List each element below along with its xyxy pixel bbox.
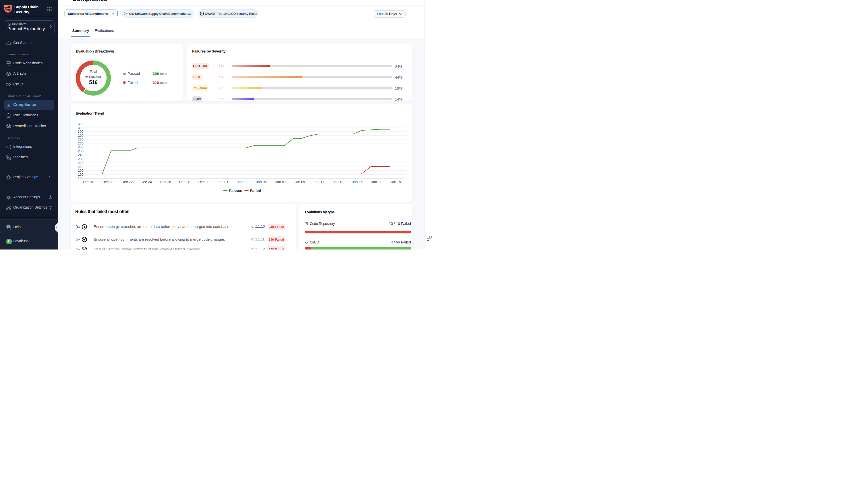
svg-text:Jan 15: Jan 15: [352, 180, 362, 184]
svg-text:Jan 11: Jan 11: [314, 180, 324, 184]
svg-text:Jan 05: Jan 05: [256, 180, 266, 184]
svg-text:Dec 18: Dec 18: [83, 180, 95, 184]
svg-text:230: 230: [78, 157, 83, 161]
svg-text:Jan 09: Jan 09: [294, 180, 305, 184]
svg-text:Jan 03: Jan 03: [237, 180, 247, 184]
svg-text:Jan 01: Jan 01: [218, 180, 228, 184]
svg-text:Passed: Passed: [229, 188, 243, 193]
svg-text:250: 250: [78, 149, 83, 153]
svg-text:Jan 17: Jan 17: [371, 180, 382, 184]
svg-text:220: 220: [78, 161, 83, 165]
svg-text:Jan 07: Jan 07: [275, 180, 286, 184]
svg-text:260: 260: [78, 145, 83, 149]
svg-text:240: 240: [78, 153, 83, 157]
svg-text:Jan 19: Jan 19: [390, 180, 401, 184]
svg-text:210: 210: [78, 165, 83, 169]
svg-text:180: 180: [78, 177, 83, 180]
svg-text:Total: Total: [90, 69, 97, 74]
svg-text:270: 270: [78, 142, 83, 145]
svg-text:300: 300: [78, 130, 83, 133]
svg-text:310: 310: [78, 126, 83, 130]
svg-text:CIS: CIS: [125, 13, 127, 14]
svg-text:Dec 26: Dec 26: [160, 180, 171, 184]
svg-text:Dec 20: Dec 20: [102, 180, 113, 184]
svg-text:516: 516: [89, 80, 97, 85]
svg-text:Failed: Failed: [250, 188, 261, 193]
svg-text:evaluations: evaluations: [85, 74, 101, 78]
svg-text:320: 320: [78, 122, 83, 126]
svg-text:Dec 28: Dec 28: [179, 180, 190, 184]
svg-text:?: ?: [8, 226, 9, 228]
svg-text:190: 190: [78, 173, 83, 177]
svg-text:Jan 13: Jan 13: [333, 180, 343, 184]
svg-text:200: 200: [78, 169, 83, 172]
svg-text:Dec 30: Dec 30: [198, 180, 210, 184]
svg-text:Dec 24: Dec 24: [141, 180, 152, 184]
svg-text:Dec 22: Dec 22: [121, 180, 133, 184]
svg-text:280: 280: [78, 137, 83, 141]
svg-text:290: 290: [78, 134, 83, 137]
